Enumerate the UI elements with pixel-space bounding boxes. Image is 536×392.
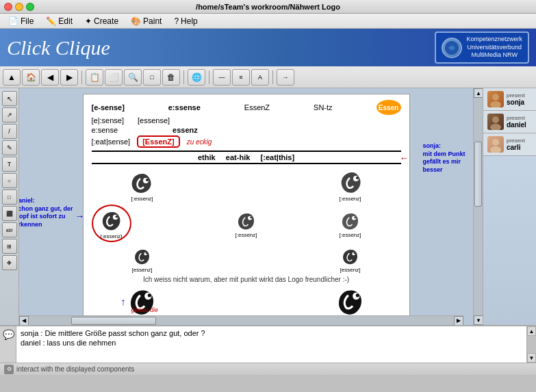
tool-line[interactable]: / xyxy=(2,124,17,139)
svg-point-14 xyxy=(353,252,355,254)
tool-select[interactable]: ↖ xyxy=(2,91,17,106)
tool-rect[interactable]: □ xyxy=(2,190,17,205)
toolbar-globe-btn[interactable]: 🌐 xyxy=(188,69,205,86)
minimize-button[interactable] xyxy=(15,3,23,11)
scroll-up-btn[interactable]: ▲ xyxy=(474,88,483,98)
toolbar-list-btn[interactable]: ≡ xyxy=(232,69,250,86)
toolbar-arrow-btn[interactable]: → xyxy=(277,69,294,86)
esense2-text: e:sense xyxy=(92,126,118,134)
toolbar-sep4 xyxy=(272,70,273,84)
left-toolbar: ↖ ↗ / ✎ T ○ □ ⬛ abl ⊞ ✥ xyxy=(0,88,19,325)
toolbar-sep1 xyxy=(81,70,82,84)
tool-move[interactable]: ✥ xyxy=(2,255,17,270)
close-button[interactable] xyxy=(4,3,12,11)
tool-abc[interactable]: abl xyxy=(2,222,17,237)
eat-sense-text: [:eat|sense] xyxy=(92,138,131,146)
tool-pointer[interactable]: ↗ xyxy=(2,107,17,122)
tool-pen[interactable]: ✎ xyxy=(2,140,17,155)
elsense-text: [e|:sense] xyxy=(92,116,125,125)
v-scrollbar: ▲ ▼ xyxy=(473,88,483,325)
nrw-logo: Kompetenznetzwerk Universitätsverbund Mu… xyxy=(435,31,529,64)
toolbar-sep2 xyxy=(183,70,184,84)
toolbar-line-btn[interactable]: — xyxy=(213,69,231,86)
menu-paint[interactable]: 🎨 Paint xyxy=(125,15,167,27)
tool-oval[interactable]: ○ xyxy=(2,173,17,188)
logo-label-4: [:essenz] xyxy=(100,233,122,239)
logo-item-4-circled: [:essenz] xyxy=(92,205,131,242)
toolbar-box-btn[interactable]: □ xyxy=(143,69,161,86)
avatar-daniel xyxy=(487,114,504,130)
chat-scroll-down[interactable]: ▼ xyxy=(527,353,536,363)
svg-point-23 xyxy=(492,139,499,146)
toolbar-home-btn[interactable]: 🏠 xyxy=(22,69,40,86)
logo-label-9: [essenz] xyxy=(340,267,361,273)
logo-item-5: [:essenz] xyxy=(196,209,297,238)
essen-orange: Essen xyxy=(377,100,401,115)
scroll-down-btn[interactable]: ▼ xyxy=(474,315,483,325)
toolbar-search-btn[interactable]: 🔍 xyxy=(124,69,142,86)
toolbar-fill-btn[interactable]: A xyxy=(251,69,269,86)
toolbar-trash-btn[interactable]: 🗑 xyxy=(162,69,180,86)
toolbar: ▲ 🏠 ◀ ▶ 📋 ⬜ 🔍 □ 🗑 🌐 — ≡ A → xyxy=(0,66,536,88)
svg-point-8 xyxy=(250,216,252,218)
chat-scrollbar[interactable]: ▲ ▼ xyxy=(526,326,536,363)
svg-point-19 xyxy=(492,94,499,101)
tool-text[interactable]: T xyxy=(2,157,17,172)
center-row: ethik eat-hik [:eat|this] xyxy=(92,151,401,164)
header-band: Click Clique Kompetenznetzwerk Universit… xyxy=(0,29,536,66)
essenz-text1: EssenZ xyxy=(244,103,270,112)
menu-file[interactable]: 📄 File xyxy=(3,15,39,27)
scrollbar-h-track[interactable] xyxy=(29,316,454,326)
app-logo: Click Clique xyxy=(7,36,110,60)
toolbar-square-btn[interactable]: ⬜ xyxy=(105,69,123,86)
logo-item-3: [:essenz] xyxy=(300,168,401,202)
toolbar-fwd-btn[interactable]: ▶ xyxy=(60,69,78,86)
logo-label-6: [:essenz] xyxy=(339,232,361,238)
maximize-button[interactable] xyxy=(26,3,34,11)
toolbar-sep3 xyxy=(209,70,209,84)
scrollbar-h-thumb[interactable] xyxy=(71,317,156,325)
tool-fill[interactable]: ⬛ xyxy=(2,206,17,221)
chat-scroll-track[interactable] xyxy=(527,336,536,353)
chat-line-2: daniel : lass uns die nehmen xyxy=(21,339,522,347)
nrw-circle-icon xyxy=(442,38,462,58)
scrollbar-v-track[interactable] xyxy=(474,98,483,315)
chat-scroll-up[interactable]: ▲ xyxy=(527,326,536,336)
essenz2-text: essenz xyxy=(173,126,198,134)
avatar-carli xyxy=(487,136,504,153)
logo-item-7: [essenz] xyxy=(92,245,193,273)
logo-item-1: [:essenz] xyxy=(92,168,193,202)
logo-grid-2: [:essenz] [:essenz] xyxy=(92,205,401,242)
sonja-annotation: sonja: mit dem Punkt gefällt es mir bess… xyxy=(423,142,474,174)
logo-grid-1: [:essenz] [:essenz] xyxy=(92,168,401,202)
essense-text: e:ssense xyxy=(168,103,201,112)
canvas-area: [e-sense] e:ssense EssenZ SN-tz Essen [e… xyxy=(19,88,473,325)
logo-grid-3: [essenz] [essenz] xyxy=(92,245,401,273)
tool-unknown[interactable]: ⊞ xyxy=(2,239,17,254)
right-panel: present sonja present daniel present car… xyxy=(483,88,536,325)
toolbar-clipboard-btn[interactable]: 📋 xyxy=(86,69,103,86)
menu-bar: 📄 File ✏️ Edit ✦ Create 🎨 Paint ? Help xyxy=(0,14,536,29)
logo-label-7: [essenz] xyxy=(132,267,153,273)
logo-item-9: [essenz] xyxy=(300,245,401,273)
status-text: interact with the displayed components xyxy=(16,365,134,373)
help-icon: ? xyxy=(174,16,179,26)
status-bar: ⚙ interact with the displayed components xyxy=(0,363,536,375)
menu-edit[interactable]: ✏️ Edit xyxy=(40,15,78,27)
toolbar-up-btn[interactable]: ▲ xyxy=(3,69,21,86)
present-item-carli: present carli xyxy=(483,133,536,156)
menu-help[interactable]: ? Help xyxy=(168,15,203,27)
scrollbar-v-thumb[interactable] xyxy=(474,142,482,207)
svg-point-12 xyxy=(145,252,146,254)
present-sonja-info: present sonja xyxy=(507,92,525,106)
menu-create[interactable]: ✦ Create xyxy=(79,15,124,27)
edit-icon: ✏️ xyxy=(46,16,56,26)
main-content: ↖ ↗ / ✎ T ○ □ ⬛ abl ⊞ ✥ [e-sense] e:ssen… xyxy=(0,88,536,325)
toolbar-back-btn[interactable]: ◀ xyxy=(41,69,59,86)
scroll-left-btn[interactable]: ◀ xyxy=(19,316,29,326)
present-carli-info: present carli xyxy=(507,138,525,151)
red-arrow-1: ← xyxy=(400,153,409,164)
scroll-right-btn[interactable]: ▶ xyxy=(454,316,463,326)
present-item-daniel: present daniel xyxy=(483,111,536,133)
chat-messages[interactable]: sonja : Die mittlere Größe passt schon g… xyxy=(16,326,526,363)
